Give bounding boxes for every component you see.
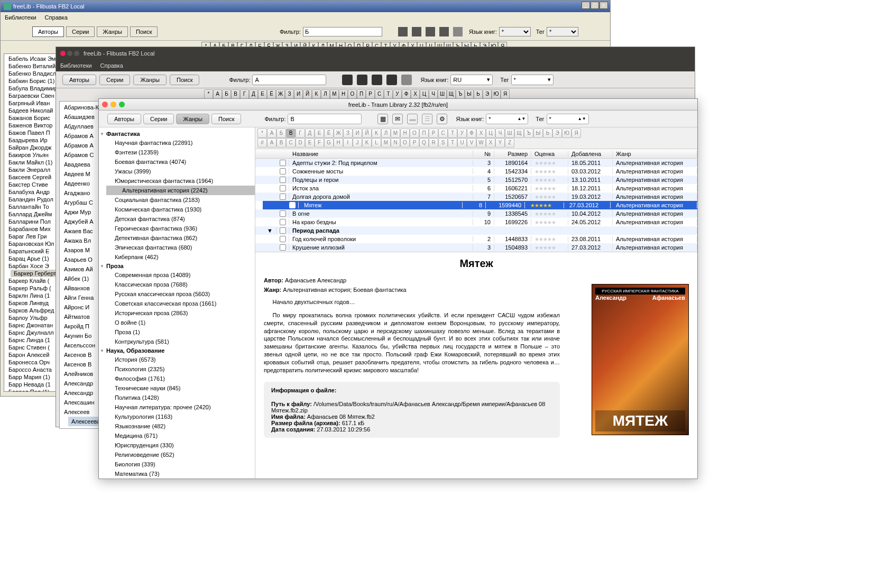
book-icon[interactable] (426, 27, 435, 36)
alpha-У[interactable]: У (457, 128, 467, 138)
table-row[interactable]: Мятеж81599440★★★★★27.03.2012Альтернативн… (263, 201, 697, 209)
table-row[interactable]: Год колючей проволоки21448833★★★★★23.08.… (255, 235, 697, 243)
genre-item[interactable]: Культурология (1163) (99, 412, 255, 421)
alpha-Н[interactable]: Н (339, 89, 348, 99)
genre-item[interactable]: Юриспруденция (330) (99, 440, 255, 450)
alpha-Ц[interactable]: Ц (420, 89, 429, 99)
genre-item[interactable]: История (6573) (99, 355, 255, 364)
genre-item[interactable]: Научная литература: прочее (2420) (99, 402, 255, 412)
alpha-*[interactable]: * (257, 128, 267, 138)
alpha-Ф[interactable]: Ф (467, 128, 476, 138)
tab-series[interactable]: Серии (66, 26, 95, 37)
tab-authors[interactable]: Авторы (32, 26, 64, 37)
genre-item[interactable]: Философия (1761) (99, 374, 255, 383)
alpha-Л[interactable]: Л (381, 128, 391, 138)
alpha-Q[interactable]: Q (419, 138, 429, 148)
table-row[interactable]: В огне91338545★★★★★10.04.2012Альтернатив… (255, 209, 697, 218)
alpha-E[interactable]: E (305, 138, 315, 148)
genre-item[interactable]: Контркультура (581) (99, 337, 255, 346)
alpha-Э[interactable]: Э (552, 128, 562, 138)
alpha-З[interactable]: З (343, 128, 353, 138)
table-row[interactable]: Крушение иллюзий31504893★★★★★27.03.2012А… (255, 243, 697, 252)
tab-genres[interactable]: Жанры (97, 26, 128, 37)
alpha-Т[interactable]: Т (448, 128, 457, 138)
alpha-П[interactable]: П (419, 128, 429, 138)
alpha-Ъ[interactable]: Ъ (456, 89, 465, 99)
alpha-C[interactable]: C (286, 138, 296, 148)
alpha-B[interactable]: B (276, 138, 286, 148)
alpha-S[interactable]: S (438, 138, 448, 148)
genre-item[interactable]: Фэнтези (12359) (99, 148, 255, 157)
genre-item[interactable]: Историческая проза (2863) (99, 308, 255, 318)
genre-item[interactable]: Боевая фантастика (4074) (99, 157, 255, 167)
col-added[interactable]: Добавлена (568, 151, 613, 157)
alpha-Д[interactable]: Д (249, 89, 258, 99)
alpha-Ь[interactable]: Ь (474, 89, 483, 99)
close-icon[interactable] (102, 102, 108, 107)
alpha-M[interactable]: M (381, 138, 391, 148)
alpha-D[interactable]: D (296, 138, 305, 148)
mail-icon[interactable] (412, 27, 421, 36)
alpha-H[interactable]: H (334, 138, 343, 148)
alpha-U[interactable]: U (457, 138, 467, 148)
row-checkbox[interactable] (280, 210, 286, 217)
tab-search[interactable]: Поиск (130, 26, 158, 37)
alpha-N[interactable]: N (391, 138, 400, 148)
titlebar[interactable]: freeLib - Flibusta FB2 Local _ □ × (1, 1, 610, 12)
alpha-Ц[interactable]: Ц (486, 128, 495, 138)
alpha-К[interactable]: К (372, 128, 381, 138)
genre-item[interactable]: Детективная фантастика (862) (99, 233, 255, 243)
genre-item[interactable]: Советская классическая проза (1661) (99, 299, 255, 308)
alpha-Ж[interactable]: Ж (276, 89, 285, 99)
alpha-Г[interactable]: Г (240, 89, 249, 99)
lang-select[interactable]: * (499, 27, 531, 36)
genre-item[interactable]: Социальная фантастика (2183) (99, 195, 255, 205)
genre-group[interactable]: Проза (99, 262, 255, 270)
genre-item[interactable]: Альтернативная история (2242) (106, 186, 255, 195)
titlebar[interactable]: freeLib - Flibusta FB2 Local (56, 47, 695, 60)
library-icon[interactable] (439, 27, 449, 36)
genre-item[interactable]: Киберпанк (462) (99, 252, 255, 262)
alpha-*[interactable]: * (204, 89, 213, 99)
genre-item[interactable]: Технические науки (845) (99, 383, 255, 393)
genre-group[interactable]: Наука, Образование (99, 346, 255, 355)
genre-item[interactable]: Эпическая фантастика (680) (99, 243, 255, 252)
genre-tree[interactable]: ФантастикаНаучная фантастика (22891)Фэнт… (99, 127, 255, 479)
alpha-Ш[interactable]: Ш (438, 89, 447, 99)
alpha-И[interactable]: И (353, 128, 362, 138)
alpha-Щ[interactable]: Щ (514, 128, 524, 138)
col-rating[interactable]: Оценка (531, 151, 568, 157)
alpha-Й[interactable]: Й (362, 128, 372, 138)
maximize-button[interactable]: □ (591, 2, 599, 9)
table-row[interactable]: Адепты стужи 2: Под прицелом31890164★★★★… (255, 159, 697, 167)
alpha-Г[interactable]: Г (296, 128, 305, 138)
close-icon[interactable] (60, 51, 66, 56)
alpha-A[interactable]: A (267, 138, 276, 148)
alpha-Я[interactable]: Я (571, 128, 581, 138)
tag-select[interactable]: *▾ (511, 75, 554, 85)
gear-icon[interactable]: ⚙ (437, 114, 447, 124)
library-icon[interactable]: ☰ (422, 114, 432, 124)
alpha-Е[interactable]: Е (315, 128, 324, 138)
alpha-Ы[interactable]: Ы (533, 128, 543, 138)
alpha-Ю[interactable]: Ю (562, 128, 571, 138)
genre-group[interactable]: Фантастика (99, 130, 255, 138)
lang-select[interactable]: *▲▼ (486, 114, 528, 124)
tab-search[interactable]: Поиск (211, 114, 241, 124)
alpha-K[interactable]: K (362, 138, 372, 148)
tag-select[interactable]: * (547, 27, 578, 36)
alpha-А[interactable]: А (267, 128, 276, 138)
mail-icon[interactable]: ✉ (392, 114, 403, 124)
table-row[interactable]: Исток зла61606221★★★★★18.12.2011Альтерна… (255, 184, 697, 192)
table-row[interactable]: ▼Период распада (255, 226, 697, 235)
alpha-Ф[interactable]: Ф (402, 89, 411, 99)
row-checkbox[interactable] (289, 202, 296, 208)
alpha-T[interactable]: T (448, 138, 457, 148)
table-row[interactable]: На краю бездны101699226★★★★★24.05.2012Ал… (255, 218, 697, 226)
alpha-F[interactable]: F (315, 138, 324, 148)
alpha-З[interactable]: З (285, 89, 294, 99)
genre-item[interactable]: Детская фантастика (874) (99, 214, 255, 224)
alpha-Ж[interactable]: Ж (334, 128, 343, 138)
alpha-W[interactable]: W (476, 138, 486, 148)
alpha-Y[interactable]: Y (495, 138, 505, 148)
